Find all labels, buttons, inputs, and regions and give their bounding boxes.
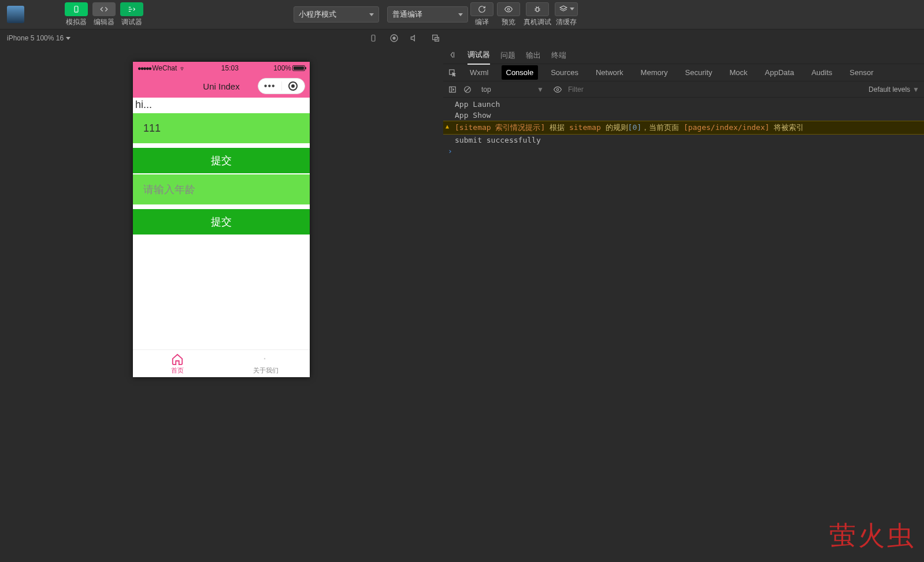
svg-line-9 bbox=[538, 6, 539, 8]
context-value: top bbox=[481, 85, 491, 94]
panel-tabs: 调试器 问题 输出 终端 bbox=[443, 47, 924, 64]
chevron-down-icon bbox=[369, 13, 374, 16]
tab-problems[interactable]: 问题 bbox=[500, 47, 515, 64]
collapse-icon[interactable] bbox=[448, 51, 457, 60]
clear-cache-button[interactable]: 清缓存 bbox=[555, 2, 578, 27]
preview-label: 预览 bbox=[502, 17, 515, 27]
name-input[interactable]: 111 bbox=[133, 113, 310, 143]
name-input-value: 111 bbox=[143, 122, 161, 135]
tab-console[interactable]: Console bbox=[502, 65, 539, 80]
tab-about-label: 关于我们 bbox=[253, 366, 279, 375]
tab-label: 调试器 bbox=[121, 17, 142, 27]
phone-outline-icon[interactable] bbox=[368, 33, 378, 43]
filter-input[interactable] bbox=[568, 85, 660, 94]
console-body[interactable]: App Launch App Show [sitemap 索引情况提示] 根据 … bbox=[443, 98, 924, 562]
console-prompt[interactable]: › bbox=[443, 146, 924, 157]
home-icon bbox=[170, 353, 184, 366]
capsule: ••• bbox=[258, 78, 305, 94]
battery-icon bbox=[292, 65, 305, 71]
top-toolbar: 模拟器 编辑器 调试器 小程序模式 普通编译 编译 bbox=[0, 0, 924, 29]
clear-console-icon[interactable] bbox=[463, 85, 472, 94]
clock: 15:03 bbox=[221, 64, 239, 72]
compile-label: 编译 bbox=[475, 17, 489, 27]
svg-line-24 bbox=[466, 87, 470, 91]
remote-debug-label: 真机调试 bbox=[524, 17, 551, 27]
tab-mock[interactable]: Mock bbox=[725, 65, 752, 80]
debug-icon bbox=[120, 2, 143, 16]
tab-terminal[interactable]: 终端 bbox=[551, 47, 566, 64]
tab-editor[interactable]: 编辑器 bbox=[92, 2, 116, 27]
submit-label: 提交 bbox=[211, 215, 232, 229]
tab-debugger[interactable]: 调试器 bbox=[120, 2, 143, 27]
about-icon bbox=[259, 353, 273, 366]
context-select[interactable]: top ▼ bbox=[478, 84, 547, 95]
simulator-pane: ●●●●● WeChat 15:03 100% Uni Index ••• bbox=[0, 47, 443, 562]
capsule-more-button[interactable]: ••• bbox=[258, 81, 281, 91]
tab-sensor[interactable]: Sensor bbox=[845, 65, 878, 80]
log-line: App Launch bbox=[443, 99, 924, 110]
compile-select[interactable]: 普通编译 bbox=[387, 6, 468, 23]
tab-home-label: 首页 bbox=[171, 366, 184, 375]
devtools-pane: 调试器 问题 输出 终端 Wxml Console Sources Networ… bbox=[443, 47, 924, 562]
svg-line-8 bbox=[536, 6, 537, 8]
tab-home[interactable]: 首页 bbox=[133, 350, 221, 377]
chevron-down-icon bbox=[66, 37, 70, 40]
tab-about[interactable]: 关于我们 bbox=[221, 350, 310, 377]
tab-simulator[interactable]: 模拟器 bbox=[65, 2, 88, 27]
svg-marker-14 bbox=[411, 35, 414, 40]
tab-debugger[interactable]: 调试器 bbox=[467, 46, 490, 65]
tab-network[interactable]: Network bbox=[591, 65, 628, 80]
target-icon bbox=[288, 81, 298, 91]
svg-marker-10 bbox=[560, 6, 567, 9]
tab-output[interactable]: 输出 bbox=[526, 47, 541, 64]
sidebar-toggle-icon[interactable] bbox=[448, 85, 457, 94]
tab-memory[interactable]: Memory bbox=[636, 65, 673, 80]
tab-appdata[interactable]: AppData bbox=[760, 65, 799, 80]
tab-audits[interactable]: Audits bbox=[807, 65, 837, 80]
log-warning: [sitemap 索引情况提示] 根据 sitemap 的规则[0]，当前页面 … bbox=[443, 121, 924, 135]
capsule-close-button[interactable] bbox=[282, 81, 305, 91]
chevron-down-icon bbox=[570, 8, 574, 10]
inspect-icon[interactable] bbox=[448, 68, 457, 77]
tab-security[interactable]: Security bbox=[681, 65, 717, 80]
hi-text: hi... bbox=[133, 98, 310, 112]
page-title: Uni Index bbox=[203, 81, 239, 91]
levels-label: Default levels bbox=[869, 85, 910, 94]
preview-button[interactable]: 预览 bbox=[497, 2, 520, 27]
submit-button-2[interactable]: 提交 bbox=[133, 209, 310, 235]
tab-label: 编辑器 bbox=[94, 17, 114, 27]
bug-icon bbox=[526, 2, 549, 16]
simulator-controls bbox=[368, 29, 441, 47]
mode-select[interactable]: 小程序模式 bbox=[294, 6, 379, 23]
device-label[interactable]: iPhone 5 100% 16 bbox=[7, 34, 64, 42]
navbar: Uni Index ••• bbox=[133, 75, 310, 98]
log-levels-select[interactable]: Default levels ▼ bbox=[869, 85, 919, 94]
code-icon bbox=[92, 2, 116, 16]
page-content: hi... 111 提交 请输入年龄 提交 bbox=[133, 98, 310, 377]
tab-sources[interactable]: Sources bbox=[546, 65, 583, 80]
popout-icon[interactable] bbox=[431, 33, 441, 43]
mute-icon[interactable] bbox=[410, 33, 420, 43]
avatar[interactable] bbox=[7, 6, 24, 23]
svg-rect-21 bbox=[450, 87, 456, 92]
remote-debug-button[interactable]: 真机调试 bbox=[524, 2, 551, 27]
log-line: App Show bbox=[443, 110, 924, 121]
chevron-down-icon bbox=[458, 13, 463, 16]
phone-icon bbox=[65, 2, 88, 16]
svg-point-2 bbox=[507, 8, 510, 10]
live-expression-icon[interactable] bbox=[553, 85, 562, 94]
carrier-label: WeChat bbox=[152, 64, 177, 72]
layers-icon bbox=[555, 2, 578, 16]
tabbar: 首页 关于我们 bbox=[133, 349, 310, 377]
age-input[interactable]: 请输入年龄 bbox=[133, 174, 310, 204]
svg-rect-11 bbox=[372, 35, 375, 42]
battery: 100% bbox=[273, 64, 305, 72]
compile-select-value: 普通编译 bbox=[392, 9, 422, 20]
submit-button-1[interactable]: 提交 bbox=[133, 148, 310, 173]
simulator: ●●●●● WeChat 15:03 100% Uni Index ••• bbox=[133, 62, 310, 377]
mode-select-value: 小程序模式 bbox=[299, 9, 336, 20]
record-icon[interactable] bbox=[389, 33, 399, 43]
compile-button[interactable]: 编译 bbox=[470, 2, 493, 27]
refresh-icon bbox=[470, 2, 493, 16]
tab-wxml[interactable]: Wxml bbox=[465, 65, 493, 80]
